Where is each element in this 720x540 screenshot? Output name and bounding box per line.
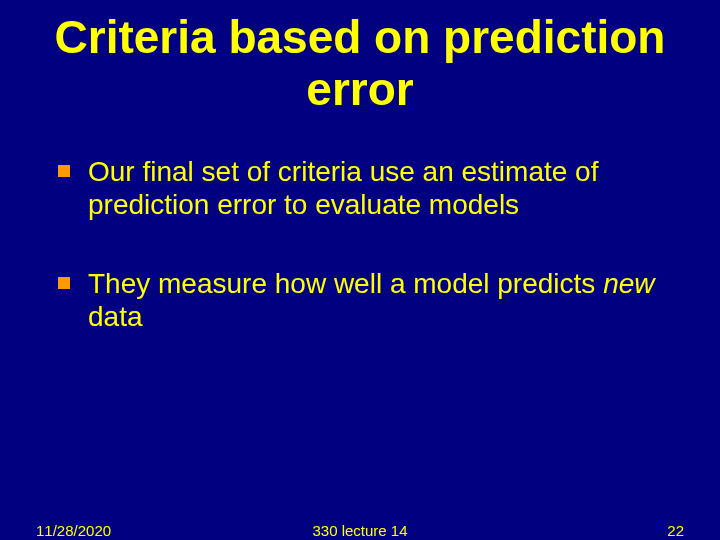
- slide-title: Criteria based on prediction error: [40, 12, 680, 115]
- footer-page: 22: [667, 522, 684, 539]
- bullet-text-emph: new: [603, 268, 654, 299]
- bullet-text: Our final set of criteria use an estimat…: [88, 156, 598, 220]
- bullet-item: They measure how well a model predicts n…: [58, 267, 680, 333]
- slide: Criteria based on prediction error Our f…: [0, 0, 720, 540]
- bullet-item: Our final set of criteria use an estimat…: [58, 155, 680, 221]
- bullet-text-suffix: data: [88, 301, 143, 332]
- bullet-list: Our final set of criteria use an estimat…: [40, 155, 680, 333]
- bullet-text-prefix: They measure how well a model predicts: [88, 268, 603, 299]
- footer-center: 330 lecture 14: [0, 522, 720, 539]
